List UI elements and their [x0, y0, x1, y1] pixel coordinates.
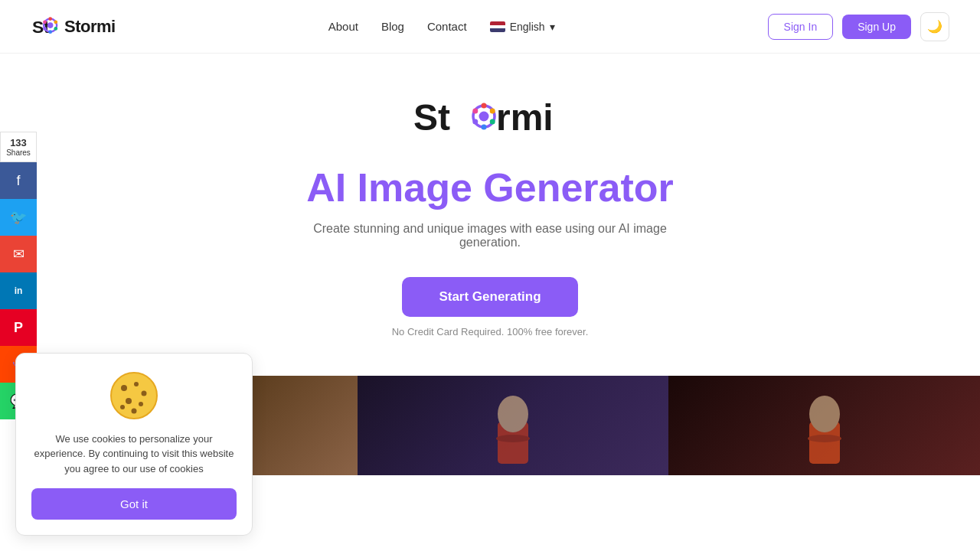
svg-point-15 [482, 125, 487, 130]
svg-text:St: St [413, 97, 450, 138]
hero-logo: St rmi [406, 92, 574, 145]
flag-us-icon [490, 21, 505, 32]
signin-button[interactable]: Sign In [768, 14, 834, 40]
hero-subtitle: Create stunning and unique images with e… [283, 222, 697, 249]
linkedin-icon: in [15, 285, 23, 296]
cookie-message: We use cookies to personalize your exper… [31, 432, 237, 476]
start-generating-button[interactable]: Start Generating [402, 277, 577, 317]
email-share-button[interactable]: ✉ [0, 236, 37, 272]
twitter-icon: 🐦 [10, 209, 27, 226]
cta-area: Start Generating No Credit Card Required… [392, 277, 589, 337]
svg-point-36 [139, 402, 143, 406]
nav-logo-text: Stormi [64, 17, 116, 37]
hero-title: AI Image Generator [306, 166, 674, 210]
chevron-down-icon: ▾ [550, 21, 555, 33]
email-icon: ✉ [13, 246, 24, 262]
nav-actions: Sign In Sign Up 🌙 [768, 12, 949, 41]
facebook-icon: f [16, 173, 20, 189]
facebook-share-button[interactable]: f [0, 162, 37, 199]
svg-point-30 [808, 435, 841, 442]
cookie-icon [107, 369, 161, 422]
share-count: 133 Shares [0, 132, 37, 162]
svg-point-37 [132, 408, 137, 413]
svg-point-13 [490, 109, 495, 114]
moon-icon: 🌙 [927, 19, 942, 34]
svg-point-26 [498, 396, 528, 432]
svg-point-11 [479, 112, 489, 122]
svg-point-12 [482, 103, 487, 109]
svg-point-34 [142, 390, 147, 396]
cookie-notice: We use cookies to personalize your exper… [15, 353, 253, 476]
svg-point-32 [121, 385, 127, 391]
svg-point-33 [134, 382, 139, 386]
nav-link-blog[interactable]: Blog [381, 20, 404, 33]
svg-point-5 [54, 27, 57, 31]
hero-section: St rmi AI Image Generator Create stunnin… [0, 54, 980, 353]
svg-point-6 [48, 30, 52, 34]
nav-link-contact[interactable]: Contact [427, 20, 467, 33]
language-selector[interactable]: English ▾ [490, 21, 555, 33]
nav-links: About Blog Contact English ▾ [328, 20, 555, 33]
pinterest-icon: P [14, 320, 23, 336]
gallery-item-2 [358, 376, 669, 475]
svg-text:rmi: rmi [496, 97, 554, 138]
stormi-logo-icon: St [31, 12, 60, 41]
theme-toggle-button[interactable]: 🌙 [920, 12, 949, 41]
svg-point-8 [43, 20, 47, 24]
twitter-share-button[interactable]: 🐦 [0, 199, 37, 236]
nav-link-about[interactable]: About [328, 20, 358, 33]
svg-point-3 [48, 17, 52, 21]
navbar: St Stormi About Blog Contact English ▾ S… [0, 0, 980, 54]
svg-point-16 [472, 119, 478, 125]
cta-note: No Credit Card Required. 100% free forev… [392, 326, 589, 337]
svg-point-27 [496, 435, 530, 442]
pinterest-share-button[interactable]: P [0, 309, 37, 346]
svg-point-17 [472, 109, 478, 114]
svg-point-29 [809, 396, 840, 432]
hero-logo-svg: St rmi [406, 92, 574, 142]
svg-point-4 [54, 20, 57, 24]
signup-button[interactable]: Sign Up [842, 15, 911, 39]
svg-point-7 [43, 27, 47, 31]
svg-point-2 [47, 22, 54, 28]
gallery-item-3 [668, 376, 980, 475]
linkedin-share-button[interactable]: in [0, 272, 37, 309]
svg-point-35 [126, 398, 132, 404]
language-label: English [510, 21, 545, 33]
svg-point-38 [120, 405, 125, 409]
nav-logo: St Stormi [31, 12, 116, 41]
svg-point-14 [490, 119, 495, 125]
